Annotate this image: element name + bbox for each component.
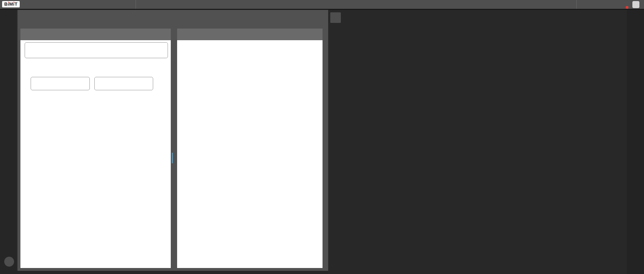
list-menu-icon[interactable] — [610, 1, 617, 8]
vorm-select[interactable] — [25, 42, 168, 58]
rule-section-header[interactable] — [177, 29, 323, 40]
chevron-down-icon[interactable] — [162, 31, 167, 37]
panel-resize-handle[interactable] — [172, 153, 173, 163]
top-bar: BıMıT — [0, 0, 644, 10]
building-model-3d — [328, 10, 627, 274]
name-field[interactable] — [94, 77, 153, 90]
notifications-bell-icon[interactable] — [620, 1, 627, 8]
expand-collapse-icon[interactable] — [25, 66, 31, 72]
capture-frame-button[interactable] — [330, 12, 341, 23]
chevron-down-icon[interactable] — [218, 1, 224, 8]
vorm-section-header[interactable] — [20, 29, 171, 40]
filter-funnel-icon[interactable] — [149, 65, 156, 72]
viewport-3d[interactable] — [328, 10, 627, 274]
rule-panel-body — [177, 40, 323, 268]
name-input[interactable] — [100, 81, 144, 86]
left-toolbar — [0, 10, 17, 274]
cancel-block-icon[interactable] — [161, 80, 167, 86]
vorm-panel-body — [20, 40, 171, 268]
app-logo[interactable]: BıMıT — [2, 1, 20, 7]
notification-badge — [626, 6, 629, 9]
briefcase-icon[interactable] — [106, 1, 113, 8]
topbar-divider — [136, 0, 136, 9]
chevron-down-icon[interactable] — [158, 47, 165, 54]
code-field[interactable] — [31, 77, 90, 90]
chevron-down-icon[interactable] — [313, 31, 319, 37]
code-input[interactable] — [36, 81, 80, 86]
settings-gear-icon[interactable] — [363, 1, 370, 8]
close-icon[interactable] — [315, 17, 323, 25]
topbar-divider — [576, 0, 577, 9]
user-account-avatar[interactable] — [632, 1, 639, 8]
share-forward-icon[interactable] — [375, 1, 382, 8]
help-button[interactable] — [4, 257, 14, 267]
confirm-check-icon[interactable] — [153, 80, 159, 87]
search-icon[interactable] — [584, 1, 592, 8]
right-toolbar — [627, 10, 644, 274]
